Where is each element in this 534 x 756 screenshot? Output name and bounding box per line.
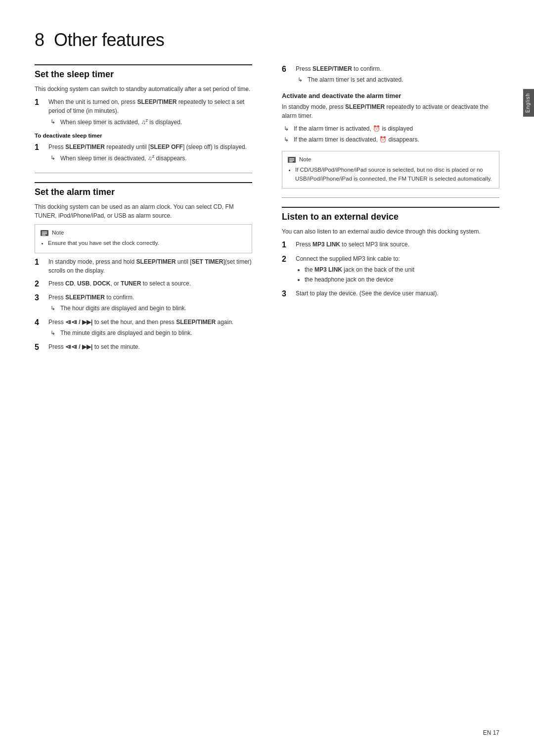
bullet-headphone: the headphone jack on the device xyxy=(305,275,499,284)
activate-alarm-title: Activate and deactivate the alarm timer xyxy=(282,92,499,99)
external-step-1: 1 Press MP3 LINK to select MP3 link sour… xyxy=(282,240,499,250)
sleep-timer-intro: This docking system can switch to standb… xyxy=(35,85,252,94)
alarm-step-6-arrow: ↳ The alarm timer is set and activated. xyxy=(296,75,499,84)
right-note-icon xyxy=(287,156,296,163)
right-note-text: If CD/USB/iPod/iPhone/iPad source is sel… xyxy=(295,166,494,183)
alarm-step-3-arrow: ↳ The hour digits are displayed and begi… xyxy=(48,304,252,313)
external-device-intro: You can also listen to an external audio… xyxy=(282,227,499,236)
external-device-title: Listen to an external device xyxy=(282,207,499,222)
side-tab: English xyxy=(523,89,534,117)
continuation-steps: 6 Press SLEEP/TIMER to confirm. ↳ The al… xyxy=(282,64,499,85)
alarm-step-2: 2 Press CD, USB, DOCK, or TUNER to selec… xyxy=(35,279,252,289)
alarm-step-4: 4 Press ⧏⧏ / ▶▶| to set the hour, and th… xyxy=(35,318,252,338)
alarm-note-header: Note xyxy=(40,229,247,237)
page-footer: EN 17 xyxy=(483,729,499,736)
bullet-mp3-link: the MP3 LINK jack on the back of the uni… xyxy=(305,265,499,274)
alarm-step-3: 3 Press SLEEP/TIMER to confirm. ↳ The ho… xyxy=(35,293,252,314)
alarm-step-5: 5 Press ⧏⧏ / ▶▶| to set the minute. xyxy=(35,342,252,353)
external-step-2: 2 Connect the supplied MP3 link cable to… xyxy=(282,254,499,285)
alarm-steps: 1 In standby mode, press and hold SLEEP/… xyxy=(35,257,252,353)
alarm-timer-intro: This docking system can be used as an al… xyxy=(35,202,252,220)
deactivate-heading: To deactivate sleep timer xyxy=(35,133,252,139)
deactivate-steps: 1 Press SLEEP/TIMER repeatedly until [SL… xyxy=(35,142,252,164)
alarm-step-6: 6 Press SLEEP/TIMER to confirm. ↳ The al… xyxy=(282,64,499,85)
divider-2 xyxy=(282,197,499,198)
alarm-note-box: Note Ensure that you have set the clock … xyxy=(35,224,252,253)
external-step-2-bullets: the MP3 LINK jack on the back of the uni… xyxy=(296,265,499,284)
two-column-layout: Set the sleep timer This docking system … xyxy=(35,64,499,357)
deactivate-step-1-arrow: ↳ When sleep timer is deactivated, ♫z di… xyxy=(48,153,252,163)
chapter-title-text: Other features xyxy=(54,30,164,50)
side-tab-label: English xyxy=(525,93,531,113)
chapter-title: 8 Other features xyxy=(35,30,499,50)
deactivate-step-1: 1 Press SLEEP/TIMER repeatedly until [SL… xyxy=(35,142,252,164)
alarm-step-4-arrow: ↳ The minute digits are displayed and be… xyxy=(48,329,252,337)
sleep-step-1: 1 When the unit is turned on, press SLEE… xyxy=(35,97,252,128)
page-number: EN 17 xyxy=(483,729,499,736)
subsection-activate-alarm: Activate and deactivate the alarm timer … xyxy=(282,92,499,144)
right-column: 6 Press SLEEP/TIMER to confirm. ↳ The al… xyxy=(277,64,499,357)
section-external-device: Listen to an external device You can als… xyxy=(282,207,499,299)
section-alarm-timer: Set the alarm timer This docking system … xyxy=(35,182,252,353)
alarm-step-1: 1 In standby mode, press and hold SLEEP/… xyxy=(35,257,252,275)
external-step-3: 3 Start to play the device. (See the dev… xyxy=(282,289,499,299)
sleep-timer-title: Set the sleep timer xyxy=(35,64,252,80)
right-note-box: Note If CD/USB/iPod/iPhone/iPad source i… xyxy=(282,151,499,189)
sleep-step-1-arrow: ↳ When sleep timer is activated, ♫z is d… xyxy=(48,117,252,127)
note-icon xyxy=(40,230,49,236)
chapter-number: 8 xyxy=(35,30,44,50)
section-sleep-timer: Set the sleep timer This docking system … xyxy=(35,64,252,164)
sleep-timer-steps: 1 When the unit is turned on, press SLEE… xyxy=(35,97,252,128)
divider-1 xyxy=(35,173,252,173)
activate-alarm-arrow-2: ↳ If the alarm timer is deactivated, ⏰ d… xyxy=(282,135,499,144)
alarm-timer-title: Set the alarm timer xyxy=(35,182,252,197)
external-steps: 1 Press MP3 LINK to select MP3 link sour… xyxy=(282,240,499,299)
right-note-header: Note xyxy=(287,155,494,164)
alarm-note-text: Ensure that you have set the clock corre… xyxy=(48,239,247,247)
activate-alarm-text: In standby mode, press SLEEP/TIMER repea… xyxy=(282,102,499,120)
left-column: Set the sleep timer This docking system … xyxy=(35,64,257,357)
page: English 8 Other features Set the sleep t… xyxy=(0,0,534,756)
activate-alarm-arrow-1: ↳ If the alarm timer is activated, ⏰ is … xyxy=(282,124,499,133)
